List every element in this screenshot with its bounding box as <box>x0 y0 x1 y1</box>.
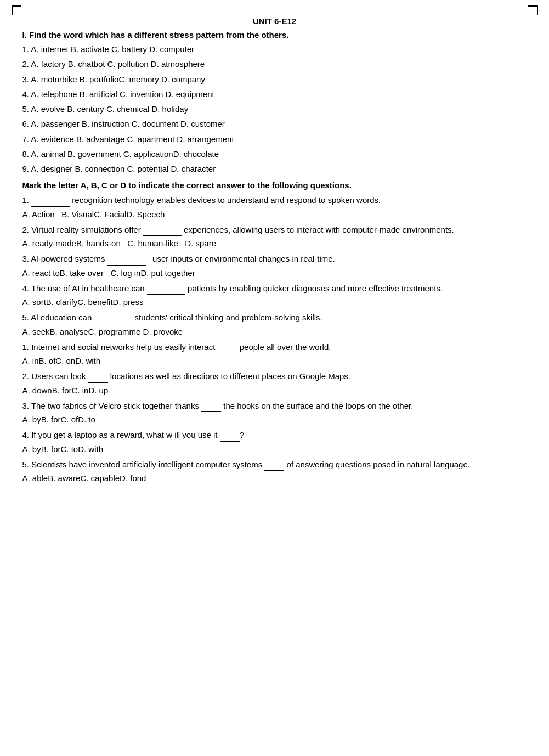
list-item: 6. A. passenger B. instruction C. docume… <box>22 117 527 130</box>
corner-mark-top-right <box>528 5 538 15</box>
section2-q2: 2. Virtual reality simulations offer exp… <box>22 223 527 250</box>
section2-q3: 3. Al-powered systems user inputs or env… <box>22 252 527 279</box>
section3-q5: 5. Scientists have invented artificially… <box>22 458 527 485</box>
section1-heading: I. Find the word which has a different s… <box>22 30 527 40</box>
list-item: 4. A. telephone B. artificial C. inventi… <box>22 88 527 100</box>
list-item: 7. A. evidence B. advantage C. apartment… <box>22 133 527 145</box>
section1-questions: 1. A. internet B. activate C. battery D.… <box>22 43 527 175</box>
section2-q5: 5. Al education can students' critical t… <box>22 311 527 338</box>
list-item: 5. A. evolve B. century C. chemical D. h… <box>22 103 527 115</box>
section3-q3: 3. The two fabrics of Velcro stick toget… <box>22 399 527 426</box>
list-item: 3. A. motorbike B. portfolioC. memory D.… <box>22 73 527 86</box>
section2-q4: 4. The use of AI in healthcare can patie… <box>22 281 527 309</box>
section2-heading: Mark the letter A, B, C or D to indicate… <box>22 180 527 190</box>
page-title: UNIT 6-E12 <box>22 16 527 26</box>
corner-mark-top-left <box>12 5 21 15</box>
section3-q2: 2. Users can look locations as well as d… <box>22 369 527 397</box>
list-item: 9. A. designer B. connection C. potentia… <box>22 162 527 175</box>
list-item: 2. A. factory B. chatbot C. pollution D.… <box>22 58 527 70</box>
list-item: 1. A. internet B. activate C. battery D.… <box>22 43 527 55</box>
section3-q4: 4. If you get a laptop as a reward, what… <box>22 428 527 455</box>
list-item: 8. A. animal B. government C. applicatio… <box>22 148 527 160</box>
section3-q1: 1. Internet and social networks help us … <box>22 340 527 368</box>
section2-q1: 1. recognition technology enables device… <box>22 193 527 221</box>
